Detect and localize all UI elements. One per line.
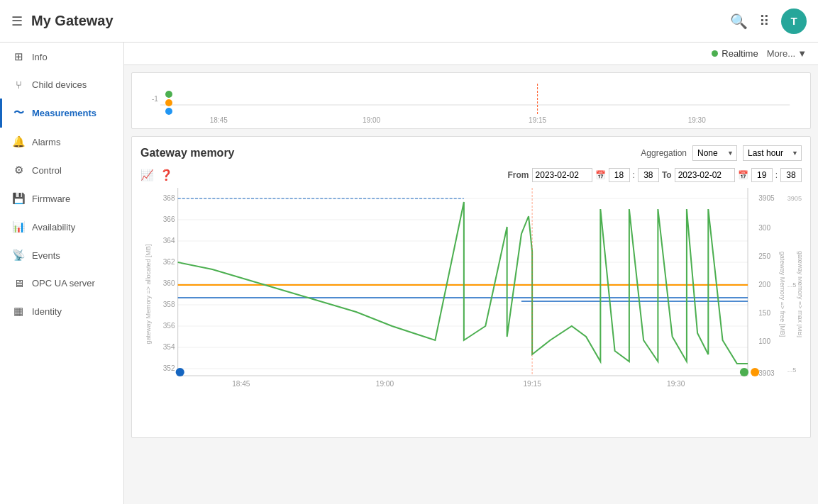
svg-text:358: 358 — [163, 301, 175, 308]
svg-point-1 — [165, 91, 172, 98]
availability-icon: 📊 — [12, 220, 25, 233]
svg-point-3 — [165, 108, 172, 115]
svg-text:3903: 3903 — [758, 369, 775, 377]
from-label: From — [508, 170, 529, 180]
main-chart-area: 368 366 364 362 360 358 356 354 352 — [140, 188, 802, 429]
svg-text:19:15: 19:15 — [529, 116, 546, 124]
sidebar-item-events[interactable]: 📡 Events — [0, 241, 123, 269]
svg-text:18:45: 18:45 — [232, 380, 250, 388]
control-icon: ⚙ — [12, 164, 25, 177]
svg-text:300: 300 — [758, 224, 770, 232]
main-content: Realtime More... ▼ -1 18:45 19:00 19 — [124, 43, 818, 504]
sidebar-item-control[interactable]: ⚙ Control — [0, 156, 123, 184]
sidebar-item-child-devices[interactable]: ⑂ Child devices — [0, 71, 123, 99]
svg-text:352: 352 — [163, 364, 175, 372]
events-icon: 📡 — [12, 249, 25, 262]
sidebar-item-firmware[interactable]: 💾 Firmware — [0, 184, 123, 213]
line-chart-button[interactable]: 📈 — [140, 169, 154, 181]
mini-chart-svg: -1 18:45 19:00 19:15 19:30 — [139, 80, 803, 129]
from-time-sep: : — [633, 170, 635, 180]
svg-text:150: 150 — [758, 309, 770, 317]
layout: ⊞ Info ⑂ Child devices 〜 Measurements 🔔 … — [0, 43, 818, 504]
svg-text:368: 368 — [163, 194, 175, 202]
time-range-select[interactable]: Last hour Last day Last week — [743, 145, 802, 161]
svg-text:...5: ...5 — [787, 281, 797, 289]
sidebar-label-measurements: Measurements — [32, 108, 96, 118]
sidebar-item-identity[interactable]: ▦ Identity — [0, 297, 123, 325]
main-chart-svg: 368 366 364 362 360 358 356 354 352 — [140, 188, 802, 429]
sidebar: ⊞ Info ⑂ Child devices 〜 Measurements 🔔 … — [0, 43, 124, 504]
svg-text:gateway Memory => max [MB]: gateway Memory => max [MB] — [797, 251, 802, 337]
svg-text:360: 360 — [163, 279, 175, 287]
svg-text:gateway Memory => free [MB]: gateway Memory => free [MB] — [779, 252, 786, 337]
svg-rect-9 — [140, 188, 802, 429]
sidebar-item-availability[interactable]: 📊 Availability — [0, 213, 123, 241]
to-label: To — [662, 170, 672, 180]
measurements-icon: 〜 — [12, 106, 25, 120]
from-hour-input[interactable] — [609, 168, 630, 182]
sidebar-label-opc-ua: OPC UA server — [32, 278, 95, 289]
sidebar-item-alarms[interactable]: 🔔 Alarms — [0, 128, 123, 156]
sidebar-label-alarms: Alarms — [32, 137, 60, 147]
chevron-down-icon: ▼ — [797, 48, 807, 59]
sidebar-label-events: Events — [32, 250, 60, 261]
svg-text:19:30: 19:30 — [667, 380, 685, 388]
sidebar-label-control: Control — [32, 165, 62, 176]
header: ☰ My Gateway 🔍 ⠿ T — [0, 0, 818, 43]
realtime-dot — [712, 50, 718, 57]
grid-icon[interactable]: ⠿ — [759, 13, 770, 30]
sidebar-label-identity: Identity — [32, 306, 62, 317]
svg-text:250: 250 — [758, 252, 770, 260]
child-devices-icon: ⑂ — [12, 79, 25, 91]
menu-icon[interactable]: ☰ — [11, 13, 23, 29]
svg-text:354: 354 — [163, 343, 175, 351]
time-range-select-wrapper: Last hour Last day Last week — [743, 145, 802, 161]
svg-point-54 — [751, 368, 759, 376]
svg-text:19:00: 19:00 — [363, 116, 380, 124]
sidebar-item-measurements[interactable]: 〜 Measurements — [0, 99, 123, 128]
firmware-icon: 💾 — [12, 192, 25, 205]
sidebar-item-opc-ua-server[interactable]: 🖥 OPC UA server — [0, 269, 123, 297]
svg-text:18:45: 18:45 — [210, 116, 228, 124]
aggregation-select-wrapper: None Hourly Daily — [692, 145, 737, 161]
sidebar-label-availability: Availability — [32, 222, 75, 233]
header-actions: 🔍 ⠿ T — [730, 9, 807, 34]
svg-text:100: 100 — [758, 337, 770, 345]
sidebar-label-info: Info — [32, 52, 48, 62]
sidebar-item-info[interactable]: ⊞ Info — [0, 43, 123, 71]
realtime-badge: Realtime — [712, 48, 758, 59]
svg-text:356: 356 — [163, 322, 175, 330]
from-calendar-icon[interactable]: 📅 — [595, 170, 606, 180]
svg-point-53 — [740, 368, 748, 376]
mini-y-label: -1 — [152, 95, 158, 103]
to-date-input[interactable] — [675, 168, 735, 182]
svg-text:gateway Memory => allocated [M: gateway Memory => allocated [MB] — [145, 245, 152, 345]
realtime-label: Realtime — [722, 48, 758, 59]
aggregation-label: Aggregation — [641, 148, 687, 158]
opc-ua-icon: 🖥 — [12, 277, 25, 289]
search-icon[interactable]: 🔍 — [730, 13, 748, 30]
svg-text:3905: 3905 — [758, 194, 775, 202]
to-time-sep: : — [775, 170, 778, 180]
to-min-input[interactable] — [780, 168, 802, 182]
aggregation-select[interactable]: None Hourly Daily — [692, 145, 737, 161]
from-date-input[interactable] — [532, 168, 592, 182]
avatar[interactable]: T — [781, 9, 807, 34]
page-title: My Gateway — [31, 13, 730, 29]
date-range: From 📅 : To 📅 : — [508, 168, 802, 182]
help-button[interactable]: ❓ — [160, 169, 173, 181]
svg-point-52 — [176, 368, 184, 376]
alarms-icon: 🔔 — [12, 135, 25, 148]
to-calendar-icon[interactable]: 📅 — [738, 170, 748, 180]
svg-text:19:00: 19:00 — [376, 380, 394, 388]
memory-header: Gateway memory Aggregation None Hourly D… — [140, 145, 802, 161]
svg-text:200: 200 — [758, 281, 770, 289]
to-hour-input[interactable] — [751, 168, 773, 182]
from-min-input[interactable] — [638, 168, 659, 182]
svg-point-2 — [165, 99, 172, 106]
svg-text:366: 366 — [163, 215, 175, 223]
more-button[interactable]: More... ▼ — [767, 48, 807, 59]
memory-section: Gateway memory Aggregation None Hourly D… — [131, 136, 811, 438]
aggregation-bar: Aggregation None Hourly Daily Last hour … — [641, 145, 802, 161]
svg-text:...5: ...5 — [787, 366, 797, 374]
